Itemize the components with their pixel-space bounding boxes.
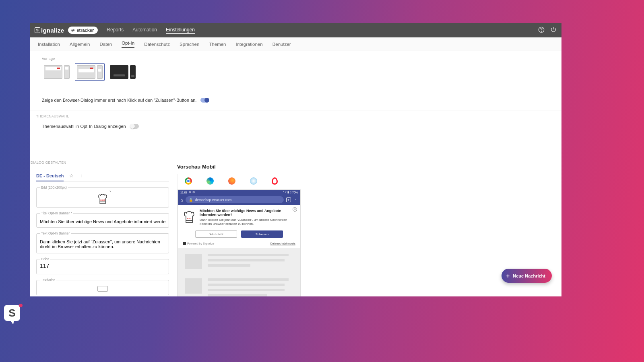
- themen-toggle[interactable]: [130, 124, 139, 129]
- wifi-icon: ▿: [285, 191, 287, 194]
- text-field[interactable]: Text Opt-In Banner: [36, 233, 169, 253]
- height-field[interactable]: Höhe: [36, 259, 169, 274]
- dialog-title: Möchten Sie über wichtige News und Angeb…: [200, 209, 295, 217]
- dialog-close-button[interactable]: ✕: [293, 207, 297, 212]
- subnav-installation[interactable]: Installation: [38, 42, 60, 47]
- content-area: Vorlage Zeige den Browser-Dialog immer e…: [30, 51, 561, 296]
- signal-icon: ▮: [287, 191, 289, 194]
- browser-dialog-toggle[interactable]: [200, 98, 209, 103]
- textcolor-field-label: Textfarbe: [40, 278, 56, 282]
- gear-small-icon: ⚙: [192, 191, 195, 194]
- add-language-button[interactable]: +: [79, 173, 83, 179]
- account-pill[interactable]: ⇄ etracker: [68, 27, 98, 34]
- svg-rect-2: [100, 202, 105, 204]
- template-option-3[interactable]: [108, 63, 138, 81]
- preview-column: Vorschau Mobil 11:08⊕⚙ ᴺ▿▮▯70% ⌂ 🔒: [177, 160, 544, 296]
- remove-image-button[interactable]: ×: [109, 189, 111, 193]
- privacy-link[interactable]: Datenschutzhinweis: [270, 242, 295, 245]
- browser-dialog-label: Zeige den Browser-Dialog immer erst nach…: [42, 98, 196, 103]
- home-icon[interactable]: ⌂: [180, 197, 183, 202]
- dialog-allow-button[interactable]: Zulassen: [241, 230, 283, 238]
- subnav-daten[interactable]: Daten: [99, 42, 112, 47]
- signalize-badge-icon: S: [4, 305, 22, 325]
- optin-dialog: ✕ KCHT Möchten Sie über wichtige News un…: [178, 205, 300, 248]
- subnav-sprachen[interactable]: Sprachen: [180, 42, 199, 47]
- themen-toggle-label: Themenauswahl in Opt-In-Dialog anzeigen: [42, 124, 126, 129]
- height-field-label: Höhe: [40, 257, 50, 261]
- dialog-decline-button[interactable]: Jetzt nicht: [195, 230, 237, 238]
- plus-icon: +: [506, 272, 510, 279]
- subnav-allgemein[interactable]: Allgemein: [70, 42, 90, 47]
- subnav-optin[interactable]: Opt-In: [122, 41, 134, 48]
- power-icon[interactable]: [550, 27, 557, 34]
- lock-icon: 🔒: [189, 198, 193, 202]
- nfc-icon: ᴺ: [283, 191, 284, 194]
- image-field[interactable]: Bild (200x200px) KCHT ×: [36, 187, 169, 208]
- title-field[interactable]: Titel Opt-In Banner *: [36, 213, 169, 228]
- chrome-icon[interactable]: [185, 177, 192, 185]
- template-label: Vorlage: [42, 57, 555, 61]
- top-nav: Reports Automation Einstellungen: [107, 27, 195, 34]
- help-icon[interactable]: [538, 27, 545, 34]
- browser-picker: [178, 174, 544, 189]
- text-textarea[interactable]: [40, 239, 165, 252]
- phone-content-skeleton: [178, 248, 300, 296]
- dialog-text: Dann klicken Sie jetzt auf "Zulassen", u…: [200, 218, 295, 226]
- phone-statusbar: 11:08⊕⚙ ᴺ▿▮▯70%: [178, 190, 300, 195]
- phone-urlbar: ⌂ 🔒 demoshop.etracker.com + ⋮: [178, 195, 300, 205]
- svg-point-1: [541, 31, 542, 31]
- firefox-icon[interactable]: [228, 177, 235, 185]
- powered-by: Powered by Signalize: [183, 242, 214, 245]
- topbar: Signalize ⇄ etracker Reports Automation …: [30, 23, 561, 37]
- dialog-gestalten-heading: DIALOG GESTALTEN: [31, 160, 169, 165]
- swap-icon: ⇄: [71, 28, 74, 33]
- height-input[interactable]: [40, 263, 165, 269]
- title-field-label: Titel Opt-In Banner *: [40, 211, 73, 215]
- phone-preview: 11:08⊕⚙ ᴺ▿▮▯70% ⌂ 🔒 demoshop.etracker.co…: [178, 189, 301, 296]
- subnav-themen[interactable]: Themen: [209, 42, 226, 47]
- text-field-label: Text Opt-In Banner: [40, 231, 71, 235]
- preview-title: Vorschau Mobil: [177, 164, 544, 170]
- notif-icon: ⊕: [189, 191, 191, 194]
- form-column: DIALOG GESTALTEN DE - Deutsch ☆ + Bild (…: [36, 160, 169, 296]
- edge-icon[interactable]: [206, 177, 214, 185]
- language-tab-de[interactable]: DE - Deutsch: [36, 173, 64, 181]
- nav-automation[interactable]: Automation: [132, 27, 157, 34]
- svg-text:KCHT: KCHT: [187, 218, 192, 220]
- themen-heading: THEMENAUSWAHL: [36, 114, 555, 118]
- opera-icon[interactable]: [272, 177, 278, 185]
- nav-reports[interactable]: Reports: [107, 27, 124, 34]
- chef-hat-icon: KCHT: [97, 193, 108, 205]
- template-picker: [42, 63, 555, 81]
- new-message-button[interactable]: + Neue Nachricht: [502, 269, 552, 283]
- sub-nav: Installation Allgemein Daten Opt-In Date…: [30, 37, 561, 51]
- language-tabs: DE - Deutsch ☆ +: [36, 173, 169, 182]
- nav-settings[interactable]: Einstellungen: [166, 27, 195, 34]
- title-input[interactable]: [40, 219, 165, 224]
- address-bar[interactable]: 🔒 demoshop.etracker.com: [186, 196, 284, 203]
- brand-logo: Signalize: [35, 27, 64, 34]
- subnav-integrationen[interactable]: Integrationen: [236, 42, 263, 47]
- textcolor-field[interactable]: Textfarbe: [36, 280, 169, 295]
- template-option-2[interactable]: [75, 63, 105, 81]
- star-icon[interactable]: ☆: [69, 173, 74, 179]
- subnav-datenschutz[interactable]: Datenschutz: [144, 42, 170, 47]
- subnav-benutzer[interactable]: Benutzer: [272, 42, 291, 47]
- menu-dots-icon[interactable]: ⋮: [293, 197, 298, 202]
- dialog-image: KCHT: [183, 209, 196, 226]
- app-window: Signalize ⇄ etracker Reports Automation …: [30, 23, 561, 296]
- svg-text:KCHT: KCHT: [100, 199, 105, 201]
- template-option-1[interactable]: [42, 63, 72, 81]
- new-tab-icon[interactable]: +: [286, 197, 291, 202]
- color-swatch[interactable]: [97, 286, 108, 292]
- safari-icon[interactable]: [250, 177, 257, 185]
- svg-rect-4: [186, 221, 192, 223]
- battery-icon: ▯: [290, 191, 291, 194]
- image-field-label: Bild (200x200px): [40, 185, 68, 189]
- signalize-mark-icon: [183, 242, 186, 245]
